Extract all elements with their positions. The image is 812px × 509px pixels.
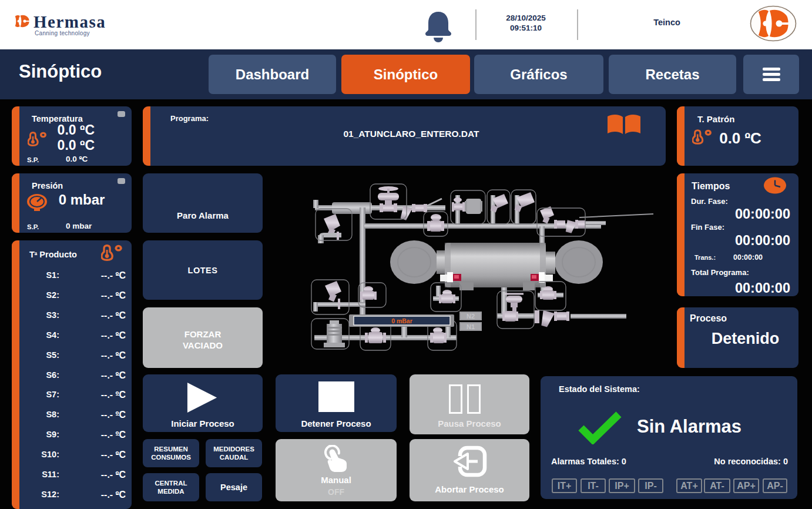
svg-text:N2: N2 [467,313,475,320]
svg-text:0 mBar: 0 mBar [391,317,412,324]
svg-text:N1: N1 [467,323,475,330]
